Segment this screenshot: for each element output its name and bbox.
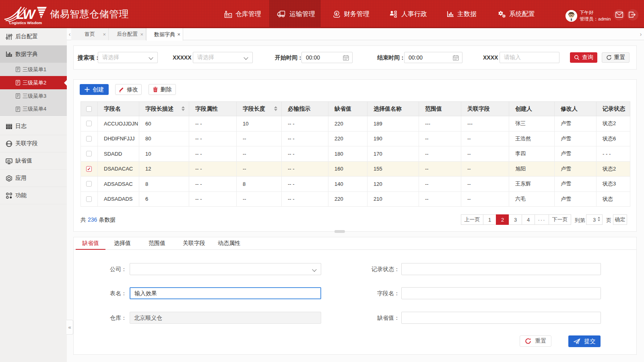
svg-text:Logistics Wisdom: Logistics Wisdom bbox=[9, 21, 42, 25]
svg-text:LW: LW bbox=[16, 7, 36, 22]
svg-text:¥: ¥ bbox=[336, 11, 338, 15]
